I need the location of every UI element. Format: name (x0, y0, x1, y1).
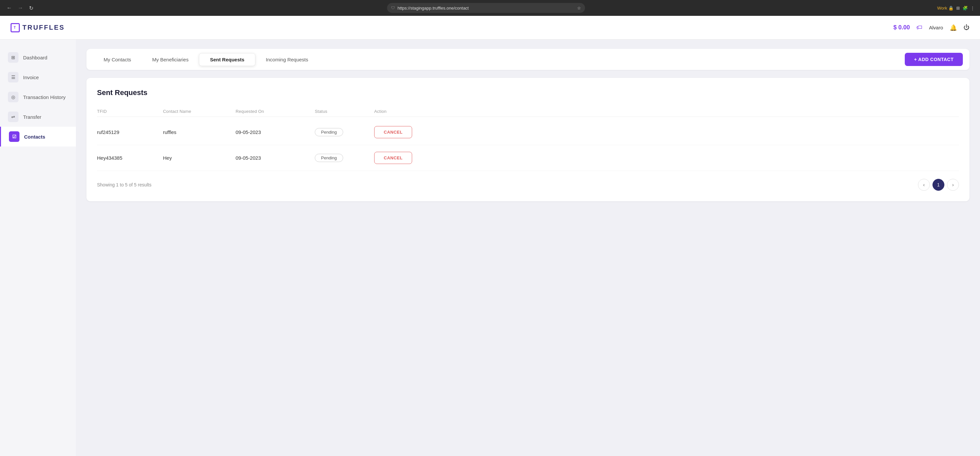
logo-icon: T (11, 23, 20, 32)
browser-chrome: ← → ↻ 🛡 https://stagingapp.truffles.one/… (0, 0, 980, 16)
tab-sent-requests[interactable]: Sent Requests (199, 53, 255, 66)
col-header-requested-on: Requested On (235, 109, 315, 114)
user-name: Alvaro (929, 25, 943, 30)
sidebar-item-contacts[interactable]: ☑ Contacts (0, 127, 76, 146)
app-body: ⊞ Dashboard ☰ Invoice ◎ Transaction Hist… (0, 40, 980, 456)
sidebar-item-transfer[interactable]: ⇌ Transfer (0, 107, 76, 127)
back-button[interactable]: ← (5, 4, 13, 12)
invoice-icon: ☰ (8, 72, 19, 83)
pagination-area: Showing 1 to 5 of 5 results ‹ 1 › (97, 179, 959, 191)
table-row: Hey434385 Hey 09-05-2023 Pending CANCEL (97, 145, 959, 171)
col-header-action: Action (374, 109, 959, 114)
logout-button[interactable]: ⏻ (964, 24, 969, 31)
cell-status-2: Pending (315, 154, 374, 162)
transfer-icon: ⇌ (8, 111, 19, 122)
table-row: ruf245129 ruffles 09-05-2023 Pending CAN… (97, 119, 959, 145)
cell-action-2: CANCEL (374, 152, 959, 164)
cell-requested-on-1: 09-05-2023 (235, 129, 315, 135)
transaction-history-icon: ◎ (8, 92, 19, 102)
contacts-icon: ☑ (9, 131, 19, 142)
address-bar[interactable]: 🛡 https://stagingapp.truffles.one/contac… (387, 3, 585, 13)
tab-my-contacts[interactable]: My Contacts (93, 54, 142, 66)
cell-tfid-2: Hey434385 (97, 155, 163, 161)
sidebar-item-transaction-history[interactable]: ◎ Transaction History (0, 87, 76, 107)
prev-page-button[interactable]: ‹ (918, 179, 930, 191)
cell-contact-name-2: Hey (163, 155, 235, 161)
status-badge-1: Pending (315, 128, 343, 136)
cancel-button-2[interactable]: CANCEL (374, 152, 412, 164)
customize-icon[interactable]: 🏷 (916, 24, 922, 31)
cell-requested-on-2: 09-05-2023 (235, 155, 315, 161)
cell-action-1: CANCEL (374, 126, 959, 138)
browser-right-icons: Work 🔒 ⊞ 🧩 ⋮ (937, 6, 975, 11)
cell-tfid-1: ruf245129 (97, 129, 163, 135)
status-badge-2: Pending (315, 154, 343, 162)
tab-my-beneficiaries[interactable]: My Beneficiaries (142, 54, 199, 66)
security-icon: 🛡 (391, 6, 395, 10)
logo-text: TRUFFLES (22, 24, 65, 31)
col-header-tfid: TFID (97, 109, 163, 114)
sidebar-item-label-dashboard: Dashboard (23, 55, 47, 60)
sidebar-item-dashboard[interactable]: ⊞ Dashboard (0, 48, 76, 67)
cell-status-1: Pending (315, 128, 374, 136)
header-right: $ 0.00 🏷 Alvaro 🔔 ⏻ (893, 24, 969, 31)
sidebar-item-label-transfer: Transfer (23, 114, 41, 120)
pagination-info: Showing 1 to 5 of 5 results (97, 182, 151, 187)
card-title: Sent Requests (97, 89, 959, 97)
apps-icon[interactable]: ⊞ (956, 6, 960, 11)
col-header-status: Status (315, 109, 374, 114)
next-page-button[interactable]: › (947, 179, 959, 191)
dashboard-icon: ⊞ (8, 52, 19, 63)
sent-requests-card: Sent Requests TFID Contact Name Requeste… (86, 78, 969, 201)
sidebar-item-label-contacts: Contacts (24, 134, 45, 140)
page-1-button[interactable]: 1 (932, 179, 944, 191)
main-content: My Contacts My Beneficiaries Sent Reques… (76, 40, 980, 456)
logo: T TRUFFLES (11, 23, 65, 32)
tab-bar: My Contacts My Beneficiaries Sent Reques… (86, 49, 969, 70)
star-icon: ☆ (577, 6, 581, 11)
pagination-controls: ‹ 1 › (918, 179, 959, 191)
sidebar-item-label-invoice: Invoice (23, 75, 39, 80)
sidebar: ⊞ Dashboard ☰ Invoice ◎ Transaction Hist… (0, 40, 76, 456)
cancel-button-1[interactable]: CANCEL (374, 126, 412, 138)
work-badge[interactable]: Work 🔒 (937, 6, 954, 11)
sidebar-item-invoice[interactable]: ☰ Invoice (0, 67, 76, 87)
extensions-icon[interactable]: 🧩 (963, 6, 968, 11)
sidebar-item-label-transaction-history: Transaction History (23, 94, 66, 100)
tab-incoming-requests[interactable]: Incoming Requests (255, 54, 319, 66)
menu-icon[interactable]: ⋮ (970, 6, 975, 11)
reload-button[interactable]: ↻ (28, 4, 35, 13)
cell-contact-name-1: ruffles (163, 129, 235, 135)
table-header: TFID Contact Name Requested On Status Ac… (97, 106, 959, 117)
col-header-contact-name: Contact Name (163, 109, 235, 114)
url-text: https://stagingapp.truffles.one/contact (398, 6, 469, 11)
app-header: T TRUFFLES $ 0.00 🏷 Alvaro 🔔 ⏻ (0, 16, 980, 40)
add-contact-button[interactable]: + ADD CONTACT (905, 53, 963, 66)
balance-amount: $ 0.00 (893, 24, 910, 31)
forward-button[interactable]: → (16, 4, 24, 12)
notification-bell[interactable]: 🔔 (950, 24, 957, 31)
